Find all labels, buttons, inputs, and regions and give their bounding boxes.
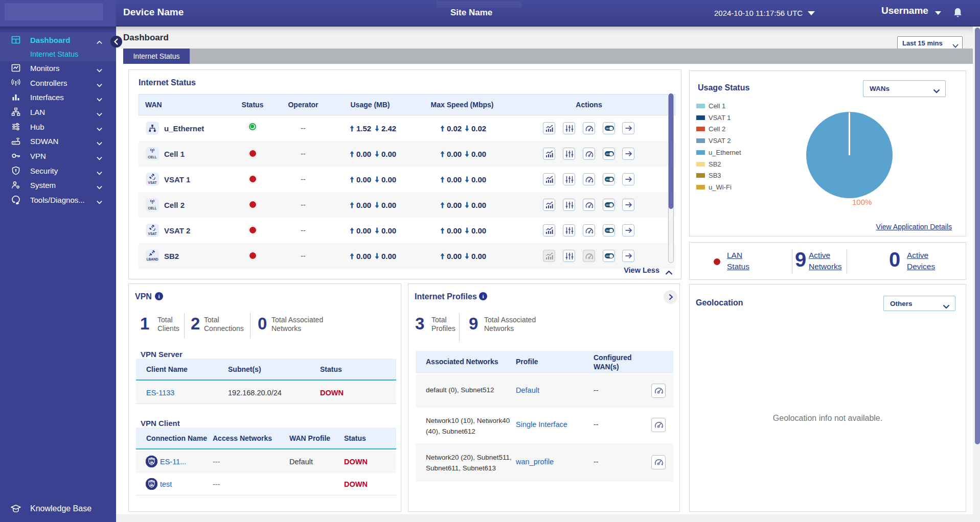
svg-text:VPN: VPN — [149, 458, 154, 461]
svg-text:VPN: VPN — [149, 481, 154, 483]
